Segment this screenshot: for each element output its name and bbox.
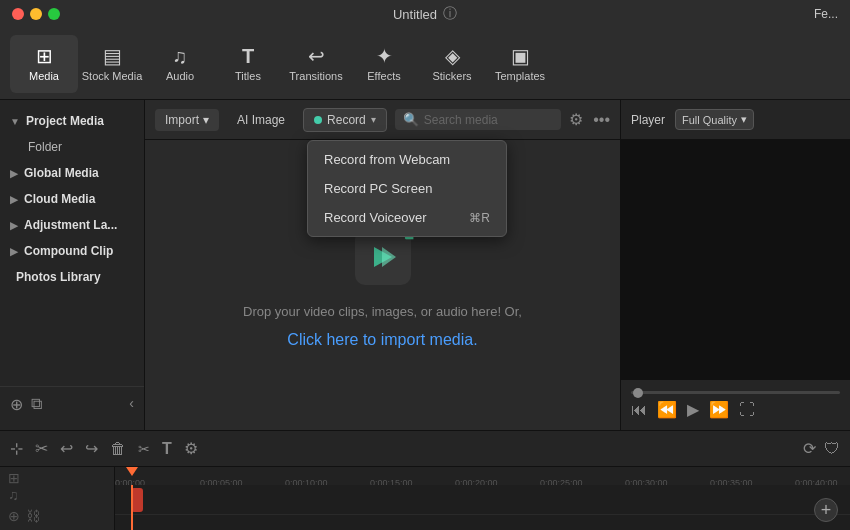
track-label-audio: ♫: [0, 487, 114, 505]
ai-image-label: AI Image: [237, 113, 285, 127]
sidebar-item-photos-library[interactable]: Photos Library: [0, 264, 144, 290]
link-button[interactable]: ⛓: [26, 508, 40, 524]
quality-dropdown-arrow: ▾: [741, 113, 747, 126]
sidebar-section-label-adjustment: Adjustment La...: [24, 218, 117, 232]
sidebar-item-adjustment-la[interactable]: ▶ Adjustment La...: [0, 212, 144, 238]
folder-icon[interactable]: ⧉: [31, 395, 42, 414]
import-button[interactable]: Import ▾: [155, 109, 219, 131]
main-area: ▼ Project Media Folder ▶ Global Media ▶ …: [0, 100, 850, 430]
blade-tool[interactable]: ✂: [35, 439, 48, 458]
timeline-right: 0:00:00 0:00:05:00 0:00:10:00 0:00:15:00…: [115, 467, 850, 530]
toolbar-item-media[interactable]: ⊞ Media: [10, 35, 78, 93]
toolbar-item-effects[interactable]: ✦ Effects: [350, 35, 418, 93]
text-tool[interactable]: T: [162, 440, 172, 458]
control-buttons: ⏮ ⏪ ▶ ⏩ ⛶: [631, 400, 840, 419]
add-track-button[interactable]: ⊕: [8, 508, 20, 524]
drop-text: Drop your video clips, images, or audio …: [243, 304, 522, 319]
expand-arrow: ▶: [10, 168, 18, 179]
rewind-button[interactable]: ⏮: [631, 401, 647, 419]
titles-icon: T: [242, 46, 254, 66]
timeline-left-bottom: ⊕ ⛓: [0, 504, 114, 528]
record-voiceover-item[interactable]: Record Voiceover ⌘R: [308, 203, 506, 232]
sidebar-section-label-project-media: Project Media: [26, 114, 104, 128]
traffic-lights: [12, 8, 60, 20]
record-voiceover-shortcut: ⌘R: [469, 211, 490, 225]
new-folder-icon[interactable]: ⊕: [10, 395, 23, 414]
close-button[interactable]: [12, 8, 24, 20]
speed-icon[interactable]: ⟳: [803, 439, 816, 458]
toolbar-item-stockmedia[interactable]: ▤ Stock Media: [78, 35, 146, 93]
toolbar-label-titles: Titles: [235, 70, 261, 82]
step-back-button[interactable]: ⏪: [657, 400, 677, 419]
player-panel: Player Full Quality ▾ ⏮ ⏪ ▶ ⏩ ⛶: [620, 100, 850, 430]
transitions-icon: ↩: [308, 46, 325, 66]
bottom-area: ⊹ ✂ ↩ ↪ 🗑 ✂ T ⚙ ⟳ 🛡 ⊞ ♫ ⊕ ⛓: [0, 430, 850, 530]
record-dropdown-arrow: ▾: [371, 114, 376, 125]
sidebar-item-project-media[interactable]: ▼ Project Media: [0, 108, 144, 134]
toolbar-item-audio[interactable]: ♫ Audio: [146, 35, 214, 93]
sidebar-item-compound-clip[interactable]: ▶ Compound Clip: [0, 238, 144, 264]
media-panel: Import ▾ AI Image Record ▾ 🔍 ⚙ •••: [145, 100, 620, 430]
toolbar-item-titles[interactable]: T Titles: [214, 35, 282, 93]
sidebar-section-label-global-media: Global Media: [24, 166, 99, 180]
video-track-icon: ⊞: [8, 470, 20, 486]
search-box: 🔍: [395, 109, 561, 130]
add-timeline-button[interactable]: +: [814, 498, 838, 522]
timeline-tracks: [115, 485, 850, 530]
timeline-ruler: 0:00:00 0:00:05:00 0:00:10:00 0:00:15:00…: [115, 467, 850, 485]
sidebar-item-global-media[interactable]: ▶ Global Media: [0, 160, 144, 186]
toolbar-label-stickers: Stickers: [432, 70, 471, 82]
progress-knob[interactable]: [633, 388, 643, 398]
timeline-left: ⊞ ♫ ⊕ ⛓: [0, 467, 115, 530]
record-voiceover-label: Record Voiceover: [324, 210, 427, 225]
folder-label: Folder: [28, 140, 62, 154]
minimize-button[interactable]: [30, 8, 42, 20]
fullscreen-button[interactable]: [48, 8, 60, 20]
main-toolbar: ⊞ Media ▤ Stock Media ♫ Audio T Titles ↩…: [0, 28, 850, 100]
media-icon: ⊞: [36, 46, 53, 66]
undo-button[interactable]: ↩: [60, 439, 73, 458]
record-screen-label: Record PC Screen: [324, 181, 432, 196]
ai-image-button[interactable]: AI Image: [227, 109, 295, 131]
record-label: Record: [327, 113, 366, 127]
timeline-toolbar: ⊹ ✂ ↩ ↪ 🗑 ✂ T ⚙ ⟳ 🛡: [0, 431, 850, 467]
shield-icon[interactable]: 🛡: [824, 439, 840, 458]
record-pc-screen-item[interactable]: Record PC Screen: [308, 174, 506, 203]
topbar-right: Fe...: [814, 7, 838, 21]
search-icon: 🔍: [403, 112, 419, 127]
stickers-icon: ◈: [445, 46, 460, 66]
more-options-icon[interactable]: •••: [593, 111, 610, 129]
settings-tool[interactable]: ⚙: [184, 439, 198, 458]
toolbar-label-transitions: Transitions: [289, 70, 342, 82]
toolbar-label-effects: Effects: [367, 70, 400, 82]
playhead[interactable]: [131, 485, 133, 530]
player-label: Player: [631, 113, 665, 127]
record-from-webcam-item[interactable]: Record from Webcam: [308, 145, 506, 174]
sidebar-item-cloud-media[interactable]: ▶ Cloud Media: [0, 186, 144, 212]
toolbar-item-transitions[interactable]: ↩ Transitions: [282, 35, 350, 93]
quality-select[interactable]: Full Quality ▾: [675, 109, 754, 130]
filter-icon[interactable]: ⚙: [569, 110, 583, 129]
fullscreen-button[interactable]: ⛶: [739, 401, 755, 419]
expand-arrow: ▼: [10, 116, 20, 127]
track-row-audio: [115, 515, 850, 530]
effects-icon: ✦: [376, 46, 393, 66]
toolbar-item-templates[interactable]: ▣ Templates: [486, 35, 554, 93]
record-button[interactable]: Record ▾: [303, 108, 387, 132]
sidebar: ▼ Project Media Folder ▶ Global Media ▶ …: [0, 100, 145, 430]
window-title: Untitled ⓘ: [393, 5, 457, 23]
sidebar-item-folder[interactable]: Folder: [0, 134, 144, 160]
delete-button[interactable]: 🗑: [110, 440, 126, 458]
play-button[interactable]: ▶: [687, 400, 699, 419]
step-forward-button[interactable]: ⏩: [709, 400, 729, 419]
toolbar-item-stickers[interactable]: ◈ Stickers: [418, 35, 486, 93]
import-dropdown-arrow: ▾: [203, 113, 209, 127]
record-dropdown-menu: Record from Webcam Record PC Screen Reco…: [307, 140, 507, 237]
redo-button[interactable]: ↪: [85, 439, 98, 458]
split-button[interactable]: ✂: [138, 441, 150, 457]
cursor-tool[interactable]: ⊹: [10, 439, 23, 458]
import-link[interactable]: Click here to import media.: [287, 331, 477, 349]
progress-bar[interactable]: [631, 391, 840, 394]
search-input[interactable]: [424, 113, 553, 127]
sidebar-collapse-icon[interactable]: ‹: [129, 395, 134, 414]
